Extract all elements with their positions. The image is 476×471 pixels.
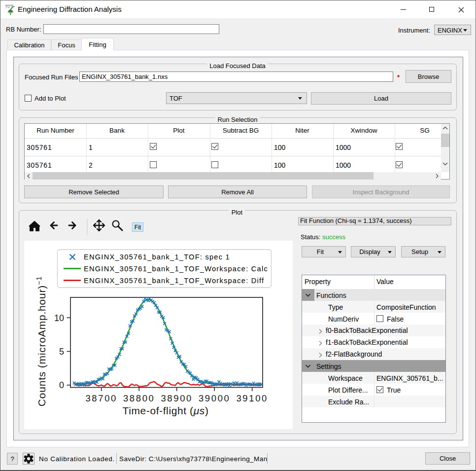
svg-text:ENGINX_305761_bank_1_TOF: spec: ENGINX_305761_bank_1_TOF: spec 1 [84,253,230,261]
svg-text:ENGINX_305761_bank_1_TOF_Works: ENGINX_305761_bank_1_TOF_Workspace: Diff [84,277,264,285]
svg-text:10: 10 [54,313,64,323]
svg-text:Counts (microAmp.hour)−1: Counts (microAmp.hour)−1 [35,276,47,406]
svg-text:5: 5 [59,347,64,357]
svg-text:38700: 38700 [85,393,117,403]
svg-text:0: 0 [59,380,64,390]
svg-text:38900: 38900 [161,393,192,403]
svg-text:ENGINX_305761_bank_1_TOF_Works: ENGINX_305761_bank_1_TOF_Workspace: Calc [84,265,268,273]
svg-text:39000: 39000 [199,393,230,403]
svg-text:39100: 39100 [236,393,268,403]
svg-text:Time-of-flight (μs): Time-of-flight (μs) [123,405,209,416]
svg-text:38800: 38800 [123,393,155,403]
